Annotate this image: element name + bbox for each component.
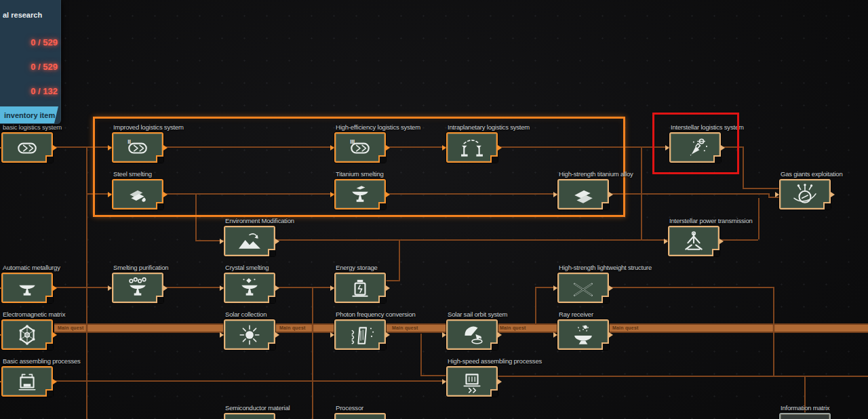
edge-line (312, 287, 313, 419)
tech-node-basic-logistics-system[interactable] (1, 132, 53, 163)
processor-icon (342, 417, 378, 419)
tech-node-smelting-purification[interactable] (112, 273, 163, 303)
tech-node-crystal-smelting[interactable] (224, 273, 275, 303)
tech-node-ray-receiver[interactable] (557, 319, 609, 350)
edge-line (719, 239, 758, 241)
corner-notch (156, 155, 163, 163)
tech-node-label-basic-assembling-processes: Basic assembling processes (3, 357, 81, 365)
tech-node-label-energy-storage: Energy storage (336, 264, 378, 271)
tech-node-processor[interactable] (334, 413, 386, 419)
main-quest-label: Main quest (58, 325, 84, 330)
edge-line (86, 147, 87, 419)
main-quest-label: Main quest (392, 325, 418, 330)
main-quest-label: Main quest (612, 325, 639, 330)
tech-node-label-high-efficiency-logistics-system: High-efficiency logistics system (336, 123, 420, 131)
corner-notch (601, 296, 609, 303)
solar-collection-icon (232, 323, 267, 346)
edge-line (609, 193, 768, 195)
interstellar-power-transmission-icon (676, 230, 711, 253)
research-panel: al research 0 / 529 0 / 529 0 / 132 inve… (0, 0, 61, 124)
corner-notch (601, 202, 609, 210)
tech-node-environment-modification[interactable] (224, 226, 275, 256)
corner-notch (268, 249, 275, 256)
tech-tree-canvas[interactable]: basic logistics systemImproved logistics… (0, 0, 868, 419)
edge-line (386, 280, 400, 281)
semiconductor-material-icon (232, 417, 267, 419)
edge-line (420, 334, 422, 376)
high-speed-assembling-processes-icon (454, 370, 490, 393)
research-counter-1: 0 / 529 (3, 37, 58, 47)
edge-line (743, 146, 744, 188)
tech-node-solar-sail-orbit-system[interactable] (446, 319, 498, 350)
energy-storage-icon (342, 277, 378, 300)
tech-node-label-automatic-metallurgy: Automatic metallurgy (3, 264, 60, 271)
tech-node-basic-assembling-processes[interactable] (1, 366, 53, 397)
tech-node-label-electromagnetic-matrix: Electromagnetic matrix (3, 311, 65, 318)
high-strength-titanium-alloy-icon (566, 183, 601, 206)
photon-frequency-conversion-icon (342, 323, 378, 346)
main-quest-label: Main quest (500, 325, 526, 330)
smelting-purification-icon (120, 277, 155, 300)
corner-notch (490, 389, 498, 397)
basic-assembling-processes-icon (9, 370, 45, 393)
edge-line (53, 287, 112, 288)
edge-line (498, 376, 868, 377)
tech-node-high-speed-assembling-processes[interactable] (446, 366, 498, 397)
high-strength-lightweight-structure-icon (566, 277, 601, 300)
edge-line (53, 380, 446, 382)
tech-node-improved-logistics-system[interactable]: II (112, 132, 163, 163)
improved-logistics-system-icon: II (120, 136, 155, 159)
edge-line (535, 287, 536, 324)
highlight-rectangle (652, 113, 739, 174)
corner-notch (712, 249, 719, 256)
edge-line (275, 287, 334, 288)
tech-node-steel-smelting[interactable] (112, 179, 163, 210)
tech-node-titanium-smelting[interactable] (334, 179, 386, 210)
tech-node-high-efficiency-logistics-system[interactable]: III (334, 132, 386, 163)
tech-node-interstellar-power-transmission[interactable] (668, 226, 719, 256)
corner-notch (378, 155, 386, 163)
main-quest-label: Main quest (279, 325, 306, 330)
edge-line (609, 287, 773, 288)
tech-node-semiconductor-material[interactable] (224, 413, 275, 419)
tech-node-information-matrix[interactable] (779, 413, 831, 419)
tech-node-solar-collection[interactable] (224, 319, 275, 350)
tech-node-label-processor: Processor (336, 404, 363, 412)
tech-node-intraplanetary-logistics-system[interactable] (446, 132, 498, 163)
tech-node-label-intraplanetary-logistics-system: Intraplanetary logistics system (448, 123, 530, 131)
tech-node-label-high-speed-assembling-processes: High-speed assembling processes (448, 357, 542, 365)
tech-node-photon-frequency-conversion[interactable] (334, 319, 386, 350)
corner-notch (823, 202, 831, 210)
corner-notch (268, 296, 275, 303)
corner-notch (490, 155, 498, 163)
tech-node-electromagnetic-matrix[interactable] (1, 319, 53, 350)
research-counter-3: 0 / 132 (3, 86, 58, 96)
basic-logistics-system-icon (9, 136, 45, 159)
edge-line (773, 287, 774, 376)
tech-node-label-ray-receiver: Ray receiver (559, 311, 593, 318)
tech-node-high-strength-titanium-alloy[interactable] (557, 179, 609, 210)
corner-notch (156, 296, 163, 303)
corner-notch (378, 202, 386, 210)
corner-notch (156, 202, 163, 210)
tech-node-energy-storage[interactable] (334, 273, 386, 303)
tech-node-label-gas-giants-exploitation: Gas giants exploitation (781, 170, 843, 178)
tech-node-label-interstellar-power-transmission: Interstellar power transmission (669, 217, 753, 224)
tech-node-label-high-strength-titanium-alloy: High-strength titanium alloy (559, 170, 633, 178)
electromagnetic-matrix-icon (9, 323, 45, 346)
environment-modification-icon (232, 230, 267, 253)
high-efficiency-logistics-system-icon: III (342, 136, 378, 159)
tech-node-label-environment-modification: Environment Modification (225, 217, 294, 224)
edge-line (163, 287, 224, 288)
svg-text:II: II (127, 138, 131, 144)
edge-line (758, 198, 760, 239)
edge-line (641, 147, 642, 240)
tech-node-automatic-metallurgy[interactable] (1, 273, 53, 303)
titanium-smelting-icon (342, 183, 378, 206)
tech-node-label-photon-frequency-conversion: Photon frequency conversion (336, 311, 416, 318)
tech-node-high-strength-lightweight-structure[interactable] (557, 273, 609, 303)
corner-notch (45, 389, 53, 397)
tech-node-label-smelting-purification: Smelting purification (113, 264, 168, 271)
tech-node-gas-giants-exploitation[interactable] (779, 179, 831, 210)
inventory-item-button[interactable]: inventory item (0, 106, 58, 123)
